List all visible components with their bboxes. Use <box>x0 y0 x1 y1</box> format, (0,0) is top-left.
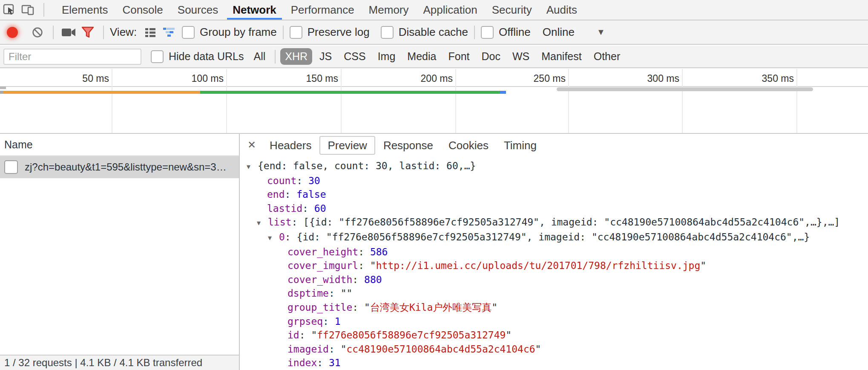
list-view-icon <box>144 26 157 39</box>
offline-checkbox[interactable] <box>481 26 494 39</box>
timeline-tick: 300 ms <box>682 69 683 134</box>
timeline-tick-label: 250 ms <box>534 73 566 84</box>
json-num: 1 <box>335 316 341 327</box>
json-tree-line[interactable]: grpseq: 1 <box>241 315 868 329</box>
detail-tabs: ✕ HeadersPreviewResponseCookiesTiming <box>241 134 868 156</box>
request-row-checkbox[interactable] <box>4 160 18 174</box>
timeline-tick: 150 ms <box>341 69 342 134</box>
clear-button[interactable] <box>28 23 47 42</box>
use-large-rows-button[interactable] <box>141 23 160 42</box>
tab-console[interactable]: Console <box>115 0 170 20</box>
disable-cache-checkbox[interactable] <box>381 26 394 39</box>
filter-type-img[interactable]: Img <box>373 48 400 65</box>
throttling-select[interactable]: Online <box>543 26 575 39</box>
json-tree-line[interactable]: count: 30 <box>241 174 868 188</box>
json-str: http://i1.umei.cc/uploads/tu/201701/798/… <box>376 260 701 271</box>
json-tree-line[interactable]: ▼{end: false, count: 30, lastid: 60,…} <box>241 159 868 174</box>
hide-data-urls-label[interactable]: Hide data URLs <box>169 50 244 63</box>
filter-type-media[interactable]: Media <box>402 48 441 65</box>
panel-tabs: ElementsConsoleSourcesNetworkPerformance… <box>55 0 584 20</box>
tab-audits[interactable]: Audits <box>539 0 584 20</box>
request-row[interactable]: zj?ch=beauty&t1=595&listtype=new&sn=30&l… <box>0 156 239 178</box>
filter-toggle-button[interactable] <box>78 23 97 42</box>
detail-tab-preview[interactable]: Preview <box>319 136 375 155</box>
disclosure-triangle-icon[interactable]: ▼ <box>257 216 268 230</box>
name-column-header[interactable]: Name <box>0 134 239 156</box>
disclosure-triangle-icon[interactable]: ▼ <box>268 231 279 245</box>
group-by-frame-label[interactable]: Group by frame <box>200 26 277 39</box>
timeline-tick-label: 150 ms <box>306 73 338 84</box>
detail-tab-headers[interactable]: Headers <box>262 136 319 155</box>
json-num: false <box>296 189 326 200</box>
tab-memory[interactable]: Memory <box>362 0 416 20</box>
json-plain: : <box>302 203 314 214</box>
json-tree-line[interactable]: ▼0: {id: "ff276e8056f58896e7cf92505a3127… <box>241 230 868 245</box>
json-tree-line[interactable]: cover_width: 880 <box>241 273 868 287</box>
record-network-log-button[interactable] <box>7 27 18 38</box>
filter-type-ws[interactable]: WS <box>508 48 534 65</box>
json-tree-line[interactable]: group_title: "台湾美女Kila户外唯美写真" <box>241 301 868 315</box>
close-icon[interactable]: ✕ <box>247 139 256 151</box>
view-label: View: <box>110 26 137 39</box>
inspect-element-button[interactable] <box>0 0 19 19</box>
filter-input[interactable] <box>3 49 141 65</box>
hide-data-urls-checkbox[interactable] <box>151 50 164 63</box>
json-key: cover_width <box>287 274 352 285</box>
filter-type-css[interactable]: CSS <box>339 48 370 65</box>
separator <box>275 50 276 64</box>
json-tree-line[interactable]: cover_imgurl: "http://i1.umei.cc/uploads… <box>241 259 868 273</box>
filter-type-doc[interactable]: Doc <box>477 48 505 65</box>
overview-bar-segment <box>200 91 500 94</box>
detail-tab-cookies[interactable]: Cookies <box>441 136 496 155</box>
tab-network[interactable]: Network <box>225 0 284 20</box>
detail-tab-response[interactable]: Response <box>376 136 440 155</box>
timeline-tick-label: 300 ms <box>647 73 679 84</box>
separator <box>43 3 44 17</box>
filter-type-js[interactable]: JS <box>315 48 336 65</box>
show-overview-button[interactable] <box>160 23 178 42</box>
json-tree-line[interactable]: imageid: "cc48190e57100864abc4d55a2c4104… <box>241 342 868 356</box>
json-tree-line[interactable]: ▼list: [{id: "ff276e8056f58896e7cf92505a… <box>241 215 868 230</box>
throttling-dropdown-icon[interactable]: ▼ <box>597 27 605 37</box>
json-tree-line[interactable]: id: "ff276e8056f58896e7cf92505a312749" <box>241 328 868 342</box>
overview-scroll-pill[interactable] <box>557 87 813 91</box>
json-plain: " <box>535 344 541 355</box>
json-key: id <box>287 330 299 341</box>
json-plain: : {id: "ff276e8056f58896e7cf92505a312749… <box>285 231 810 243</box>
offline-label[interactable]: Offline <box>499 26 531 39</box>
separator <box>474 26 475 39</box>
tab-application[interactable]: Application <box>416 0 485 20</box>
separator <box>103 26 104 39</box>
json-tree-line[interactable]: dsptime: "" <box>241 286 868 301</box>
status-text: 1 / 32 requests | 4.1 KB / 4.1 KB transf… <box>4 357 202 369</box>
timeline-tick: 200 ms <box>455 69 456 134</box>
tab-security[interactable]: Security <box>485 0 539 20</box>
filter-type-font[interactable]: Font <box>443 48 474 65</box>
capture-screenshots-button[interactable] <box>60 23 78 42</box>
disable-cache-label[interactable]: Disable cache <box>399 26 468 39</box>
timeline-tick: 350 ms <box>796 69 797 134</box>
disclosure-triangle-icon[interactable]: ▼ <box>247 160 258 174</box>
network-overview[interactable]: 50 ms100 ms150 ms200 ms250 ms300 ms350 m… <box>0 69 868 134</box>
tab-performance[interactable]: Performance <box>284 0 362 20</box>
json-plain: : " <box>299 330 317 341</box>
json-key: dsptime <box>287 288 329 299</box>
json-tree-line[interactable]: end: false <box>241 188 868 202</box>
json-key: list <box>268 217 291 228</box>
filter-type-other[interactable]: Other <box>589 48 625 65</box>
filter-type-manifest[interactable]: Manifest <box>537 48 586 65</box>
detail-tab-timing[interactable]: Timing <box>497 136 544 155</box>
preserve-log-checkbox[interactable] <box>290 26 302 39</box>
json-tree-line[interactable]: cover_height: 586 <box>241 245 868 259</box>
preserve-log-label[interactable]: Preserve log <box>308 26 370 39</box>
separator <box>283 26 284 39</box>
tab-sources[interactable]: Sources <box>170 0 225 20</box>
json-tree-line[interactable]: index: 31 <box>241 356 868 370</box>
filter-type-all[interactable]: All <box>249 48 270 65</box>
json-key: grpseq <box>287 316 323 327</box>
toggle-device-toolbar-button[interactable] <box>19 0 37 19</box>
json-tree-line[interactable]: lastid: 60 <box>241 202 868 216</box>
filter-type-xhr[interactable]: XHR <box>280 48 312 65</box>
group-by-frame-checkbox[interactable] <box>182 26 195 39</box>
tab-elements[interactable]: Elements <box>55 0 115 20</box>
